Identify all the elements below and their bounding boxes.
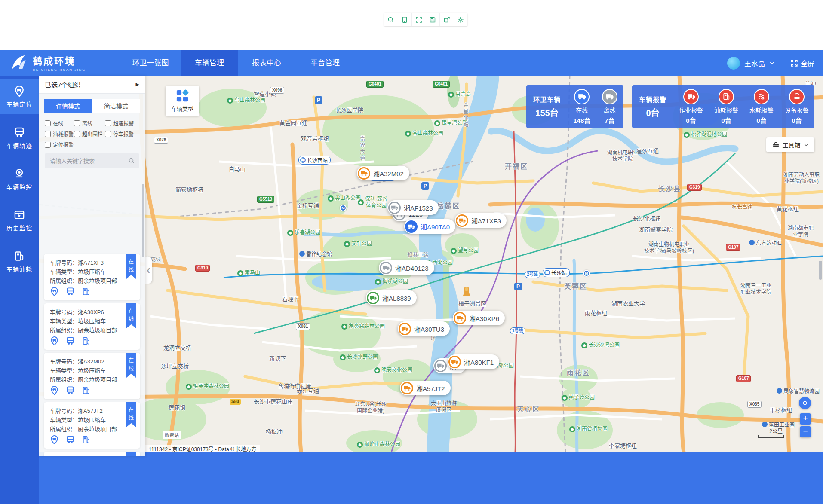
filter-checkbox[interactable] <box>105 120 111 126</box>
vehicle-action-bus[interactable] <box>66 336 75 345</box>
filter-离线[interactable]: 离线 <box>74 119 105 127</box>
bottom-strip <box>39 452 823 504</box>
vehicle-marker[interactable]: 湘AL8839 <box>366 290 417 305</box>
park-tree-icon: ♣ <box>237 270 243 276</box>
zoom-in-button[interactable]: + <box>800 413 811 425</box>
filter-超速报警[interactable]: 超速报警 <box>105 119 145 127</box>
vehicle-action-bus[interactable] <box>66 287 75 296</box>
map-tool-gear[interactable] <box>454 13 468 26</box>
fullscreen-button[interactable]: 全屏 <box>790 58 814 68</box>
tab-mode-0[interactable]: 详情模式 <box>44 99 92 113</box>
alarm-stat-card: 车辆报警 0台 作业报警0台油耗报警0台水耗报警0台设备报警0台 <box>632 85 814 128</box>
map-label-text: 尖山湖公园 <box>335 195 361 202</box>
vehicle-card[interactable]: 车牌号码：湘A32M02车辆类型：垃圾压缩车所属组织：厨余垃圾项目部在线 <box>44 353 140 399</box>
vehicle-list[interactable]: 车牌号码：湘A71XF3车辆类型：垃圾压缩车所属组织：厨余垃圾项目部在线车牌号码… <box>39 249 145 456</box>
vehicle-action-fuel[interactable] <box>82 386 91 395</box>
page-scrollbar[interactable] <box>819 261 822 280</box>
mode-tabs: 详情模式简洁模式 <box>39 94 145 118</box>
sidebar-item-camera[interactable]: 车辆监控 <box>0 162 39 197</box>
filter-checkbox[interactable] <box>74 120 80 126</box>
vehicle-marker[interactable]: 湘AD40123 <box>379 260 434 275</box>
nav-item-0[interactable]: 环卫一张图 <box>127 50 174 76</box>
vehicle-action-fuel[interactable] <box>82 336 91 345</box>
nav-item-1[interactable]: 车辆管理 <box>181 50 238 76</box>
vehicle-marker[interactable]: 湘A30XP6 <box>453 311 505 325</box>
map-label-text: 金桥互通 <box>297 202 319 209</box>
vehicle-card[interactable]: 车牌号码：湘A57JT2车辆类型：垃圾压缩车所属组织：厨余垃圾项目部在线 <box>44 402 140 449</box>
vehicle-list-panel: 已选7个组织 ▶ 详情模式简洁模式 在线离线超速报警油耗报警超出围栏停车报警定位… <box>39 76 145 456</box>
org-expand-arrow-icon[interactable]: ▶ <box>136 82 139 87</box>
fullscreen-label: 全屏 <box>801 58 814 68</box>
vehicle-card[interactable]: 车牌号码：湘A71XF3车辆类型：垃圾压缩车所属组织：厨余垃圾项目部在线 <box>44 254 140 300</box>
search-input[interactable] <box>49 157 128 165</box>
tab-mode-1[interactable]: 简洁模式 <box>92 99 140 113</box>
vehicle-marker[interactable]: 湘A57JT2 <box>400 381 451 395</box>
vehicle-action-fuel[interactable] <box>82 435 91 444</box>
sidebar-item-label: 车辆定位 <box>6 100 32 108</box>
sidebar-item-bus[interactable]: 车辆轨迹 <box>0 120 39 156</box>
filter-checkbox[interactable] <box>45 142 51 148</box>
vehicle-marker[interactable]: 湘A30TU3 <box>398 321 450 336</box>
map-label-text: 湖南劳动人事职 业学院(新校区) <box>783 172 820 184</box>
sidebar: 车辆定位车辆轨迹车辆监控历史监控车辆油耗 <box>0 76 39 504</box>
vehicle-action-bus[interactable] <box>66 435 75 444</box>
sidebar-item-video[interactable]: 历史监控 <box>0 203 39 238</box>
map-label-text: 简家坳枢纽 <box>175 186 203 193</box>
map-tool-floppy[interactable] <box>426 13 440 26</box>
marker-plate-label: 湘A71XF3 <box>471 216 501 225</box>
vehicle-marker[interactable]: 湘A32M02 <box>357 166 409 180</box>
filter-checkbox[interactable] <box>45 120 51 126</box>
vehicle-action-fuel[interactable] <box>82 287 91 296</box>
vehicle-marker[interactable]: 湘A80KF1 <box>448 354 499 369</box>
vehicle-action-car-pin[interactable] <box>50 386 59 395</box>
vehicle-action-car-pin[interactable] <box>50 435 59 444</box>
chevron-down-icon[interactable] <box>769 60 775 66</box>
zoom-out-button[interactable]: − <box>800 426 811 437</box>
vehicle-action-car-pin[interactable] <box>50 287 59 296</box>
filter-checkbox[interactable] <box>45 131 51 137</box>
marker-plate-label: 湘AD40123 <box>395 263 429 272</box>
filter-checkbox[interactable] <box>105 131 111 137</box>
map-label: ♣乌山森林公园 <box>227 97 265 104</box>
device-circle-icon <box>789 89 805 104</box>
vehicle-marker[interactable]: 湘AF1523 <box>387 200 439 215</box>
filter-超出围栏[interactable]: 超出围栏 <box>74 130 105 137</box>
sidebar-item-fuel[interactable]: 车辆油耗 <box>0 244 39 279</box>
poi-icon <box>762 422 768 427</box>
filter-在线[interactable]: 在线 <box>45 119 74 127</box>
sidebar-item-car-pin[interactable]: 车辆定位 <box>0 79 39 114</box>
map-canvas[interactable]: 兰冲智造小镇♣乌山森林公园长沙医学院黄金园互通♣月亮岛♣银星湾公园观音岩枢纽♣谷… <box>39 76 823 452</box>
map-tool-tablet[interactable] <box>398 13 412 26</box>
filter-定位报警[interactable]: 定位报警 <box>45 141 74 148</box>
map-tool-search[interactable] <box>384 13 398 26</box>
search-icon[interactable] <box>128 157 135 164</box>
panel-collapse-handle[interactable]: ❮ <box>145 257 152 284</box>
map-label-text: 长沙郊野公园 <box>347 354 378 360</box>
vehicle-action-bus[interactable] <box>66 386 75 395</box>
road-shield: X081 <box>296 323 310 330</box>
user-name[interactable]: 王水晶 <box>744 58 765 68</box>
toolbox-button[interactable]: 工具箱 <box>766 137 814 152</box>
truck-icon <box>369 294 377 302</box>
vehicle-action-icons <box>50 386 134 395</box>
vehicle-type-button[interactable]: 车辆类型 <box>166 86 199 116</box>
vehicle-marker[interactable]: 湘A71XF3 <box>455 213 507 228</box>
nav-item-3[interactable]: 平台管理 <box>304 50 346 76</box>
filter-checkbox[interactable] <box>74 131 80 137</box>
map-tool-expand[interactable] <box>412 13 426 26</box>
locate-button[interactable] <box>799 397 811 409</box>
org-selector-row[interactable]: 已选7个组织 ▶ <box>39 76 145 94</box>
vehicle-marker[interactable]: 湘A90TA0 <box>404 219 455 234</box>
vehicle-org: 所属组织：厨余垃圾项目部 <box>50 276 134 285</box>
vehicle-action-car-pin[interactable] <box>50 336 59 345</box>
map-tool-share[interactable] <box>439 13 454 26</box>
truck-icon <box>448 356 461 368</box>
stat-col-水耗报警: 水耗报警0台 <box>744 89 779 125</box>
vehicle-card[interactable]: 车牌号码：湘A90TA0车辆类型：垃圾压缩车所属组织：厨余垃圾项目部在线 <box>44 452 140 456</box>
avatar[interactable] <box>727 57 740 70</box>
filter-停车报警[interactable]: 停车报警 <box>105 130 145 137</box>
filter-油耗报警[interactable]: 油耗报警 <box>45 130 74 137</box>
nav-item-2[interactable]: 报表中心 <box>246 50 287 76</box>
panel-scrollbar[interactable] <box>142 184 144 257</box>
vehicle-card[interactable]: 车牌号码：湘A30XP6车辆类型：垃圾压缩车所属组织：厨余垃圾项目部在线 <box>44 303 140 350</box>
